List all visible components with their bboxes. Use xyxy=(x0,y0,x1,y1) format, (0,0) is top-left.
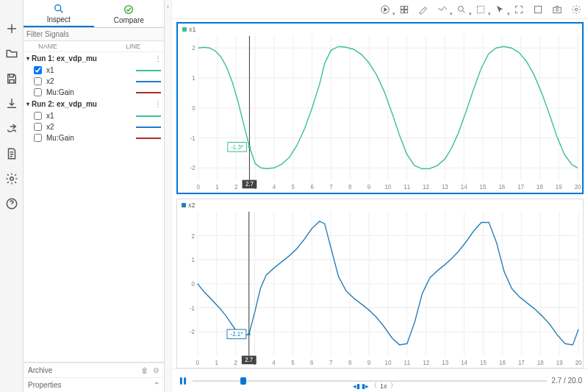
report-icon[interactable] xyxy=(4,146,20,162)
charts-container: x1 01234567891011121314151617181920-2-10… xyxy=(172,19,588,368)
svg-text:8: 8 xyxy=(348,184,352,190)
svg-text:6: 6 xyxy=(310,360,314,366)
cursor-icon[interactable] xyxy=(494,4,506,15)
run-header[interactable]: ▾Run 1: ex_vdp_mu⋮ xyxy=(24,52,164,65)
tab-compare-label: Compare xyxy=(114,16,144,24)
svg-text:16: 16 xyxy=(499,360,506,366)
export-icon[interactable] xyxy=(4,121,20,137)
svg-point-3 xyxy=(125,5,133,13)
svg-text:15: 15 xyxy=(480,360,487,366)
svg-text:-2: -2 xyxy=(190,165,196,171)
save-icon[interactable] xyxy=(4,71,20,87)
svg-text:7: 7 xyxy=(329,184,333,190)
column-headers: NAME LINE xyxy=(24,41,164,52)
trash-icon[interactable]: 🗑 xyxy=(141,366,148,374)
step-fwd-fast-icon[interactable]: ▮▸ xyxy=(362,382,369,390)
help-icon[interactable] xyxy=(4,196,20,212)
svg-text:11: 11 xyxy=(404,360,410,366)
signal-checkbox[interactable] xyxy=(34,77,42,85)
step-fwd-icon[interactable]: 〉 xyxy=(390,381,397,391)
tab-compare[interactable]: Compare xyxy=(94,0,165,27)
svg-point-9 xyxy=(458,6,463,11)
signal-checkbox[interactable] xyxy=(34,134,42,142)
archive-gear-icon[interactable]: ⚙ xyxy=(153,366,159,374)
svg-text:2.7: 2.7 xyxy=(245,181,254,188)
run-options-icon[interactable]: ⋮ xyxy=(154,100,161,108)
signal-row[interactable]: x1 xyxy=(24,65,164,76)
settings-icon[interactable] xyxy=(4,171,20,187)
fit-icon[interactable] xyxy=(532,4,544,15)
signal-checkbox[interactable] xyxy=(34,112,42,120)
signal-row[interactable]: x1 xyxy=(24,110,164,121)
svg-text:5: 5 xyxy=(292,184,295,190)
signal-row[interactable]: x2 xyxy=(24,121,164,132)
time-display: 2.7 / 20.0 xyxy=(551,377,582,385)
svg-rect-5 xyxy=(401,6,404,9)
left-toolbar xyxy=(0,0,24,392)
svg-text:0: 0 xyxy=(196,360,200,366)
snapshot-icon[interactable] xyxy=(551,4,563,15)
import-icon[interactable] xyxy=(4,96,20,112)
svg-text:14: 14 xyxy=(461,360,467,366)
svg-text:-2: -2 xyxy=(190,328,195,335)
plot-toolbar xyxy=(172,0,588,19)
prefs-icon[interactable] xyxy=(570,4,582,15)
run-header[interactable]: ▾Run 2: ex_vdp_mu⋮ xyxy=(24,98,164,110)
svg-text:20: 20 xyxy=(576,360,582,366)
svg-text:-1.3*: -1.3* xyxy=(231,144,243,151)
svg-point-0 xyxy=(10,177,13,181)
svg-text:2: 2 xyxy=(191,232,195,239)
step-back-icon[interactable]: 〈 xyxy=(370,381,377,391)
signal-checkbox[interactable] xyxy=(34,123,42,131)
svg-text:0: 0 xyxy=(192,105,196,112)
archive-section[interactable]: Archive 🗑 ⚙ xyxy=(24,363,164,377)
expand-icon[interactable] xyxy=(513,4,525,15)
slider-thumb[interactable] xyxy=(240,377,246,385)
speed-label: 1x xyxy=(380,382,387,390)
tab-inspect-label: Inspect xyxy=(47,15,71,24)
tab-inspect[interactable]: Inspect xyxy=(24,0,94,27)
svg-text:15: 15 xyxy=(480,184,487,190)
signal-checkbox[interactable] xyxy=(34,88,42,96)
signal-color-swatch xyxy=(136,70,161,71)
properties-label: Properties xyxy=(28,381,62,389)
signal-checkbox[interactable] xyxy=(34,66,42,74)
svg-text:2: 2 xyxy=(192,45,196,51)
chevron-up-icon: ⌃ xyxy=(154,381,159,389)
pause-button[interactable] xyxy=(178,376,188,386)
svg-text:9: 9 xyxy=(368,184,371,190)
svg-text:13: 13 xyxy=(442,360,448,366)
panel-collapse-handle[interactable]: ‹ xyxy=(165,0,172,392)
header-line: LINE xyxy=(126,43,161,50)
svg-text:5: 5 xyxy=(291,360,295,366)
signal-row[interactable]: Mu:Gain xyxy=(24,87,164,98)
plot-area: x1 01234567891011121314151617181920-2-10… xyxy=(172,0,588,392)
region-icon[interactable] xyxy=(475,4,487,15)
signal-row[interactable]: Mu:Gain xyxy=(24,132,164,143)
svg-rect-10 xyxy=(477,6,484,13)
svg-text:0: 0 xyxy=(196,184,200,190)
add-icon[interactable] xyxy=(4,21,20,37)
zoom-icon[interactable] xyxy=(456,4,467,15)
chart-x2[interactable]: x2 01234567891011121314151617181920-2-10… xyxy=(176,199,584,369)
replay-icon[interactable] xyxy=(379,4,391,15)
signal-color-swatch xyxy=(136,81,161,82)
header-name: NAME xyxy=(26,43,126,50)
layout-icon[interactable] xyxy=(398,4,410,15)
signal-type-icon[interactable] xyxy=(437,4,448,15)
svg-rect-131 xyxy=(180,377,182,384)
step-back-fast-icon[interactable]: ◂▮ xyxy=(353,382,360,390)
filter-signals-input[interactable] xyxy=(24,28,164,41)
folder-icon[interactable] xyxy=(4,46,20,62)
properties-section[interactable]: Properties ⌃ xyxy=(24,377,164,392)
run-options-icon[interactable]: ⋮ xyxy=(154,54,161,63)
chart-x1[interactable]: x1 01234567891011121314151617181920-2-10… xyxy=(176,22,584,194)
signal-row[interactable]: x2 xyxy=(24,76,164,87)
svg-text:2: 2 xyxy=(234,184,238,190)
signal-name: x1 xyxy=(46,112,136,120)
clear-icon[interactable] xyxy=(417,4,429,15)
svg-rect-132 xyxy=(184,377,186,384)
svg-text:18: 18 xyxy=(537,360,544,366)
svg-point-14 xyxy=(575,8,578,11)
svg-text:1: 1 xyxy=(215,360,219,366)
